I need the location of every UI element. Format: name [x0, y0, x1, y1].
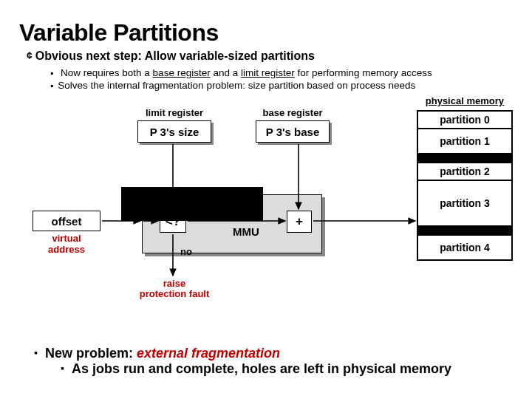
sub-bullet-1: Now requires both a base register and a … [50, 67, 513, 78]
main-bullet-text: Obvious next step: Allow variable-sized … [35, 50, 315, 62]
yes-label: yes [198, 208, 214, 219]
sub-bullet-list: Now requires both a base register and a … [50, 67, 513, 91]
footer-bullets: ▪New problem: external fragmentation ▪As… [34, 346, 451, 377]
offset-box: offset [33, 211, 100, 231]
sub-bullet-2: Solves the internal fragmentation proble… [50, 80, 513, 91]
square-bullet-icon: ▪ [34, 347, 38, 358]
partition-1: partition 1 [418, 128, 511, 153]
limit-register-label: limit register [137, 107, 211, 118]
mmu-label: MMU [228, 225, 265, 238]
partition-3: partition 3 [418, 180, 511, 225]
no-label: no [180, 246, 192, 257]
plus-operator-box: + [287, 211, 312, 233]
external-fragmentation-text: external fragmentation [137, 346, 280, 361]
raise-fault-label: raise protection fault [137, 279, 211, 300]
base-register-label: base register [256, 107, 330, 118]
square-bullet-icon: ▪ [61, 362, 64, 374]
virtual-address-label: virtual address [33, 233, 100, 255]
partition-2: partition 2 [418, 162, 511, 180]
slide-title: Variable Partitions [19, 19, 513, 47]
circle-bullet-icon: ¢ [27, 50, 33, 61]
lt-operator-box: <? [160, 211, 186, 233]
physical-memory-heading: physical memory [426, 95, 504, 106]
footer-line-2: ▪As jobs run and complete, holes are lef… [61, 361, 451, 377]
memory-gap-1 [418, 153, 511, 162]
p3-base-box: P 3's base [256, 120, 330, 143]
footer-line-1: ▪New problem: external fragmentation [34, 346, 451, 361]
memory-gap-2 [418, 225, 511, 234]
main-bullet: ¢Obvious next step: Allow variable-sized… [27, 50, 513, 63]
partition-4: partition 4 [418, 234, 511, 259]
physical-memory-column: partition 0 partition 1 partition 2 part… [417, 110, 513, 261]
partition-0: partition 0 [418, 112, 511, 128]
p3-size-box: P 3's size [137, 120, 211, 143]
diagram-area: physical memory limit register base regi… [19, 98, 513, 327]
